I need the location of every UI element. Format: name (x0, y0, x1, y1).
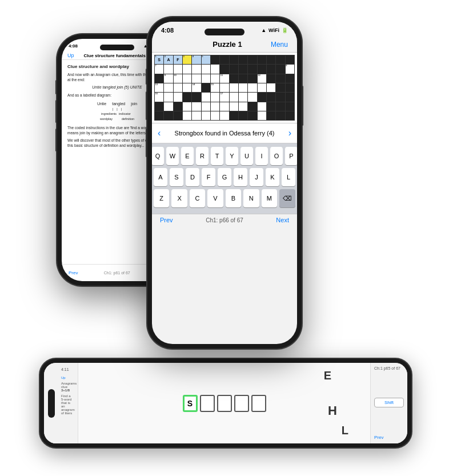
key-X[interactable]: X (171, 189, 187, 207)
cell-5-2[interactable] (174, 102, 182, 111)
cell-0-10[interactable] (248, 55, 256, 64)
cell-2-10[interactable] (248, 74, 256, 83)
cell-3-0[interactable]: 13 (155, 83, 163, 92)
key-Q[interactable]: Q (152, 147, 164, 165)
cell-2-1[interactable]: 9 (164, 74, 173, 83)
cell-4-12[interactable] (267, 93, 275, 101)
cell-1-2[interactable] (174, 65, 182, 73)
cell-1-9[interactable] (239, 65, 247, 73)
cell-5-12[interactable] (267, 102, 275, 111)
cell-4-6[interactable] (211, 93, 219, 101)
cell-6-3[interactable] (183, 111, 191, 120)
cell-6-13[interactable] (276, 111, 284, 120)
cell-2-5[interactable] (202, 74, 210, 83)
cell-2-4[interactable] (192, 74, 201, 83)
cell-2-3[interactable] (183, 74, 191, 83)
cell-1-0[interactable]: 7 (155, 65, 163, 73)
letter-tile-3[interactable] (234, 395, 249, 412)
cell-2-13[interactable] (276, 74, 284, 83)
cell-3-6[interactable]: 15 (211, 83, 219, 92)
cell-2-0[interactable] (155, 74, 163, 83)
cell-0-2[interactable]: F (174, 55, 182, 64)
letter-tile-4[interactable] (251, 395, 266, 412)
cell-6-5[interactable] (202, 111, 210, 120)
key-E[interactable]: E (181, 147, 194, 165)
cell-0-9[interactable] (239, 55, 247, 64)
cell-0-13[interactable] (276, 55, 284, 64)
cell-4-4[interactable] (192, 93, 201, 101)
cell-5-0[interactable] (155, 102, 163, 111)
cell-0-8[interactable] (230, 55, 238, 64)
key-O[interactable]: O (270, 147, 283, 165)
cell-3-7[interactable] (220, 83, 228, 92)
cell-5-8[interactable] (230, 102, 238, 111)
cell-1-3[interactable] (183, 65, 191, 73)
cell-4-0[interactable]: 16 (155, 93, 163, 101)
cell-3-2[interactable] (174, 83, 182, 92)
key-M[interactable]: M (262, 189, 277, 207)
cell-6-7[interactable] (220, 111, 228, 120)
key-P[interactable]: P (285, 147, 297, 165)
key-Y[interactable]: Y (226, 147, 238, 165)
cell-1-13[interactable] (276, 65, 284, 73)
cell-2-2[interactable]: 10 (174, 74, 182, 83)
cell-6-1[interactable] (164, 111, 173, 120)
cell-4-8[interactable] (230, 93, 238, 101)
cell-1-10[interactable] (248, 65, 256, 73)
cell-0-12[interactable] (267, 55, 275, 64)
cell-0-14[interactable] (286, 55, 294, 64)
cell-6-11[interactable] (258, 111, 266, 120)
letter-tile-1[interactable] (200, 395, 215, 412)
shift-button[interactable]: Shift (374, 398, 404, 407)
next-clue-arrow[interactable]: › (288, 128, 291, 138)
cell-6-8[interactable] (230, 111, 238, 120)
landscape-up[interactable]: Up (61, 376, 74, 379)
cell-4-14[interactable] (286, 93, 294, 101)
delete-key[interactable]: ⌫ (279, 189, 295, 207)
key-H[interactable]: H (234, 168, 247, 186)
cell-6-12[interactable] (267, 111, 275, 120)
cell-3-12[interactable] (267, 83, 275, 92)
cell-2-8[interactable] (230, 74, 238, 83)
letter-tile-0[interactable]: S (183, 395, 198, 412)
key-A[interactable]: A (154, 168, 167, 186)
cell-4-2[interactable] (174, 93, 182, 101)
key-G[interactable]: G (218, 168, 231, 186)
cell-2-7[interactable]: 11 (220, 74, 228, 83)
cell-6-2[interactable] (174, 111, 182, 120)
cell-5-7[interactable] (220, 102, 228, 111)
cell-1-7[interactable] (220, 65, 228, 73)
key-R[interactable]: R (196, 147, 209, 165)
cell-0-1[interactable]: 2A (164, 55, 173, 64)
key-D[interactable]: D (186, 168, 199, 186)
key-T[interactable]: T (211, 147, 223, 165)
cell-3-9[interactable] (239, 83, 247, 92)
cell-1-11[interactable] (258, 65, 266, 73)
cell-2-12[interactable] (267, 74, 275, 83)
cell-1-4[interactable] (192, 65, 201, 73)
cell-2-14[interactable] (286, 74, 294, 83)
cell-5-9[interactable] (239, 102, 247, 111)
cell-1-6[interactable] (211, 65, 219, 73)
cell-3-4[interactable]: 14 (192, 83, 201, 92)
cell-4-10[interactable] (248, 93, 256, 101)
cell-6-10[interactable] (248, 111, 256, 120)
landscape-prev[interactable]: Prev (374, 435, 404, 440)
cell-4-1[interactable] (164, 93, 173, 101)
cell-4-3[interactable] (183, 93, 191, 101)
key-F[interactable]: F (202, 168, 215, 186)
cell-2-9[interactable] (239, 74, 247, 83)
menu-button[interactable]: Menu (271, 41, 288, 49)
cell-3-1[interactable] (164, 83, 173, 92)
cell-6-4[interactable] (192, 111, 201, 120)
cell-0-4[interactable]: 4 (192, 55, 201, 64)
cell-5-10[interactable] (248, 102, 256, 111)
key-U[interactable]: U (240, 147, 253, 165)
cell-1-1[interactable] (164, 65, 173, 73)
cell-6-0[interactable] (155, 111, 163, 120)
cell-6-14[interactable] (286, 111, 294, 120)
key-W[interactable]: W (166, 147, 179, 165)
cell-2-11[interactable]: 12 (258, 74, 266, 83)
cell-0-11[interactable] (258, 55, 266, 64)
cell-5-11[interactable] (258, 102, 266, 111)
